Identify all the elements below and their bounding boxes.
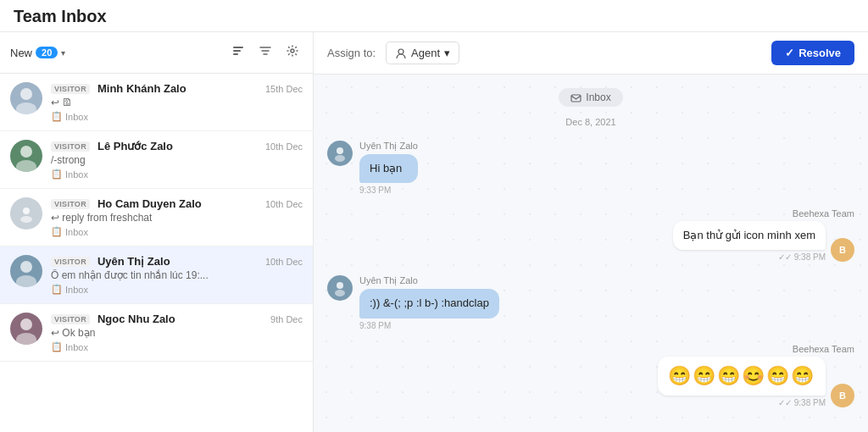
svg-point-10 <box>20 261 32 273</box>
svg-rect-0 <box>233 47 243 48</box>
sort-icon-button[interactable] <box>228 41 248 64</box>
inbox-icon: 📋 <box>51 169 63 180</box>
conv-preview: ↩ Ok bạn <box>51 327 303 339</box>
outgoing-group: Beehexa Team 😁😁😁😊😁😁 ✓✓ 9:38 PM B <box>658 344 854 408</box>
assign-label: Assign to: <box>327 47 376 59</box>
avatar <box>10 255 42 287</box>
chat-panel: Assign to: Agent ▾ ✓ Resolve <box>314 32 868 432</box>
inbox-pill: Inbox <box>327 88 854 107</box>
new-filter-button[interactable]: New 20 ▾ <box>10 47 65 59</box>
avatar <box>10 82 42 114</box>
inbox-icon: 📋 <box>51 341 63 352</box>
sender-avatar: B <box>831 384 854 407</box>
message-time: ✓✓ 9:38 PM <box>778 252 826 262</box>
message-time: ✓✓ 9:38 PM <box>778 398 826 407</box>
message-sender: Uyên Thị Zalo <box>359 141 418 152</box>
conversation-list: VISITOR Minh Khánh Zalo 15th Dec ↩ 🖻 📋 I… <box>0 74 313 432</box>
svg-point-8 <box>23 208 30 214</box>
svg-point-5 <box>16 102 36 114</box>
conv-inbox-tag: 📋 Inbox <box>51 341 303 352</box>
message-body: Uyên Thị Zalo Hi bạn 9:33 PM <box>359 141 418 195</box>
message-sender: Beehexa Team <box>793 208 854 219</box>
message-sender: Beehexa Team <box>793 344 854 354</box>
conv-inbox-tag: 📋 Inbox <box>51 169 303 180</box>
message-row-incoming: Uyên Thị Zalo :)) &-(; ;p :l b-) :handcl… <box>327 275 854 330</box>
message-row-outgoing: Beehexa Team 😁😁😁😊😁😁 ✓✓ 9:38 PM B <box>327 344 854 408</box>
svg-rect-1 <box>233 50 241 52</box>
chevron-down-icon: ▾ <box>61 48 65 58</box>
visitor-badge: VISITOR <box>51 314 90 324</box>
svg-point-18 <box>337 282 343 289</box>
conversation-item[interactable]: VISITOR Minh Khánh Zalo 15th Dec ↩ 🖻 📋 I… <box>0 74 313 131</box>
conversation-item[interactable]: VISITOR Ho Cam Duyen Zalo 10th Dec ↩ rep… <box>0 189 313 246</box>
conv-content: VISITOR Ngoc Nhu Zalo 9th Dec ↩ Ok bạn 📋… <box>51 313 303 352</box>
conv-content: VISITOR Lê Phước Zalo 10th Dec /-strong … <box>51 140 303 180</box>
conv-preview: Ô em nhận được tin nhắn lúc 19:... <box>51 269 303 281</box>
sender-avatar: B <box>831 238 854 262</box>
chat-toolbar: Assign to: Agent ▾ ✓ Resolve <box>314 32 868 75</box>
inbox-pill-label: Inbox <box>586 91 610 103</box>
message-row-outgoing: Beehexa Team Bạn thử gửi icon mình xem ✓… <box>327 208 854 262</box>
message-body: Uyên Thị Zalo :)) &-(; ;p :l b-) :handcl… <box>359 275 499 330</box>
conversation-item[interactable]: VISITOR Uyên Thị Zalo 10th Dec Ô em nhận… <box>0 246 313 304</box>
conv-date: 9th Dec <box>270 314 303 324</box>
conv-date: 10th Dec <box>265 257 303 267</box>
visitor-badge: VISITOR <box>51 199 90 209</box>
conv-name: Minh Khánh Zalo <box>97 82 186 95</box>
resolve-label: Resolve <box>798 47 841 59</box>
svg-point-4 <box>20 88 32 100</box>
checkmark-icon: ✓ <box>785 47 794 59</box>
conv-name: Lê Phước Zalo <box>97 140 173 152</box>
conv-date: 15th Dec <box>265 84 303 94</box>
settings-icon-button[interactable] <box>282 41 303 64</box>
inbox-icon: 📋 <box>51 284 63 295</box>
conv-preview: ↩ 🖻 <box>51 97 303 108</box>
avatar <box>10 197 42 230</box>
visitor-badge: VISITOR <box>51 257 90 267</box>
chat-messages[interactable]: Inbox Dec 8, 2021 Uyên Thị Zalo Hi bạn <box>314 75 868 432</box>
message-time: 9:33 PM <box>359 186 418 195</box>
conversation-item[interactable]: VISITOR Lê Phước Zalo 10th Dec /-strong … <box>0 131 313 189</box>
filter-icon-button[interactable] <box>255 41 275 64</box>
delivered-icon: ✓✓ <box>778 252 792 262</box>
chevron-down-icon: ▾ <box>444 47 450 59</box>
inbox-icon: 📋 <box>51 226 63 237</box>
assign-agent-button[interactable]: Agent ▾ <box>386 42 459 64</box>
app-container: Team Inbox New 20 ▾ <box>0 0 868 432</box>
inbox-pill-inner: Inbox <box>559 88 622 107</box>
message-bubble: 😁😁😁😊😁😁 <box>658 357 826 396</box>
svg-rect-2 <box>233 53 238 55</box>
date-divider: Dec 8, 2021 <box>327 117 854 127</box>
sidebar-toolbar: New 20 ▾ <box>0 32 313 74</box>
message-sender: Uyên Thị Zalo <box>359 275 499 286</box>
conv-date: 10th Dec <box>265 199 303 209</box>
svg-point-9 <box>20 216 32 223</box>
conversation-item[interactable]: VISITOR Ngoc Nhu Zalo 9th Dec ↩ Ok bạn 📋… <box>0 304 313 362</box>
conv-preview: ↩ reply from freshchat <box>51 212 303 224</box>
message-row-incoming: Uyên Thị Zalo Hi bạn 9:33 PM <box>327 141 854 195</box>
conv-content: VISITOR Ho Cam Duyen Zalo 10th Dec ↩ rep… <box>51 197 303 237</box>
conv-name: Ngoc Nhu Zalo <box>97 313 175 325</box>
svg-point-11 <box>16 275 36 287</box>
conv-name: Uyên Thị Zalo <box>97 255 170 268</box>
app-header: Team Inbox <box>0 0 868 32</box>
svg-point-14 <box>398 49 403 54</box>
main-layout: New 20 ▾ <box>0 32 868 432</box>
avatar <box>10 140 42 172</box>
message-bubble: Hi bạn <box>359 154 418 183</box>
agent-label: Agent <box>411 47 440 59</box>
conv-inbox-tag: 📋 Inbox <box>51 111 303 122</box>
resolve-button[interactable]: ✓ Resolve <box>771 41 854 65</box>
messages-inner: Inbox Dec 8, 2021 Uyên Thị Zalo Hi bạn <box>327 88 854 407</box>
conversation-sidebar: New 20 ▾ <box>0 32 314 432</box>
sender-avatar <box>327 141 353 166</box>
svg-point-16 <box>337 147 343 154</box>
delivered-icon: ✓✓ <box>778 398 792 407</box>
visitor-badge: VISITOR <box>51 141 90 152</box>
page-title: Team Inbox <box>14 7 854 26</box>
new-label: New <box>10 47 32 59</box>
conv-inbox-tag: 📋 Inbox <box>51 284 303 295</box>
inbox-icon: 📋 <box>51 111 63 122</box>
conv-content: VISITOR Minh Khánh Zalo 15th Dec ↩ 🖻 📋 I… <box>51 82 303 122</box>
svg-point-13 <box>16 333 36 345</box>
